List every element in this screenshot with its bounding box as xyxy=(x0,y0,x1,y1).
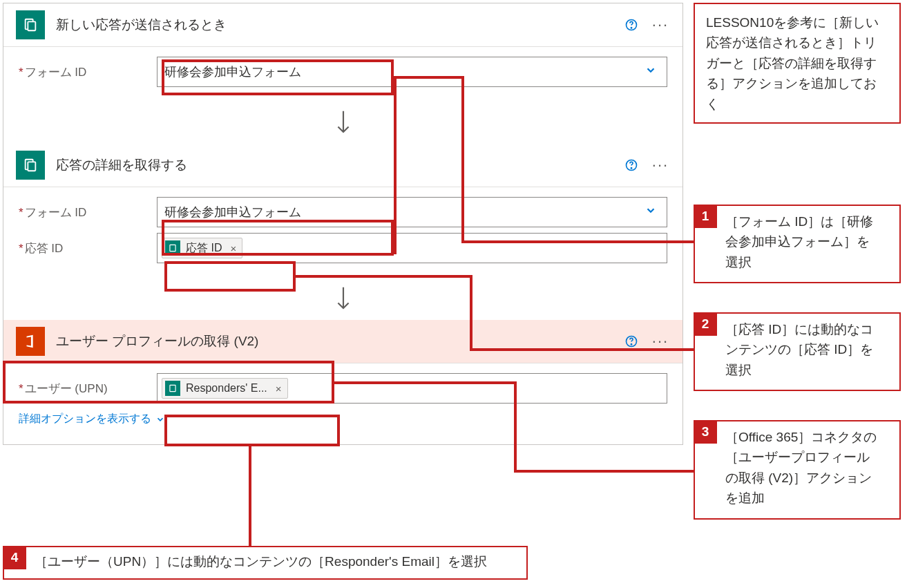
forms-token-icon xyxy=(165,381,180,396)
get-response-title: 応答の詳細を取得する xyxy=(56,156,612,174)
annotation-number: 3 xyxy=(694,420,717,444)
svg-point-7 xyxy=(631,168,631,169)
get-response-header[interactable]: 応答の詳細を取得する ··· xyxy=(3,144,682,187)
annotation-4: 4 ［ユーザー（UPN）］には動的なコンテンツの［Responder's Ema… xyxy=(3,546,528,580)
more-icon[interactable]: ··· xyxy=(651,16,670,34)
help-icon[interactable] xyxy=(623,157,640,173)
svg-rect-8 xyxy=(170,245,175,251)
user-upn-label: *ユーザー (UPN) xyxy=(19,381,157,397)
annotation-number: 4 xyxy=(3,546,26,569)
form-id-row: *フォーム ID 研修会参加申込フォーム xyxy=(19,57,667,87)
trigger-card-header[interactable]: 新しい応答が送信されるとき ··· xyxy=(3,3,682,47)
svg-point-10 xyxy=(631,344,631,345)
help-icon[interactable] xyxy=(623,333,640,350)
svg-point-3 xyxy=(631,28,631,28)
annotation-1: 1 ［フォーム ID］は［研修会参加申込フォーム］を選択 xyxy=(694,205,901,283)
svg-rect-5 xyxy=(28,162,35,171)
remove-token-icon[interactable]: × xyxy=(276,383,282,395)
svg-rect-1 xyxy=(28,21,35,30)
user-profile-card: ユーザー プロフィールの取得 (V2) ··· *ユーザー (UPN) Resp… xyxy=(3,320,682,444)
response-id-label: *応答 ID xyxy=(19,240,157,256)
response-id-token[interactable]: 応答 ID × xyxy=(162,238,242,258)
connector-line xyxy=(514,470,694,473)
flow-arrow-icon xyxy=(3,105,682,144)
show-advanced-options-link[interactable]: 詳細オプションを表示する xyxy=(19,409,165,432)
trigger-card: 新しい応答が送信されるとき ··· *フォーム ID 研修会参加申込フォーム xyxy=(3,3,682,105)
more-icon[interactable]: ··· xyxy=(651,332,670,350)
form-id-select[interactable]: 研修会参加申込フォーム xyxy=(157,57,667,87)
connector-line xyxy=(249,446,251,554)
form-id-select-2[interactable]: 研修会参加申込フォーム xyxy=(157,197,667,227)
annotation-2: 2 ［応答 ID］には動的なコンテンツの［応答 ID］を選択 xyxy=(694,312,901,391)
forms-token-icon xyxy=(165,240,180,256)
flow-arrow-icon xyxy=(3,281,682,320)
responders-email-token[interactable]: Responders' E... × xyxy=(162,378,288,399)
annotation-number: 1 xyxy=(694,205,717,228)
user-profile-header[interactable]: ユーザー プロフィールの取得 (V2) ··· xyxy=(3,320,682,363)
form-id-value-2: 研修会参加申込フォーム xyxy=(164,204,301,220)
annotation-number: 2 xyxy=(694,312,717,336)
form-id-value: 研修会参加申込フォーム xyxy=(164,64,301,80)
chevron-down-icon xyxy=(645,64,657,80)
trigger-title: 新しい応答が送信されるとき xyxy=(56,16,612,34)
help-icon[interactable] xyxy=(623,17,640,33)
get-response-card: 応答の詳細を取得する ··· *フォーム ID 研修会参加申込フォーム *応答 … xyxy=(3,144,682,281)
svg-rect-11 xyxy=(170,385,175,391)
user-profile-title: ユーザー プロフィールの取得 (V2) xyxy=(56,332,612,350)
user-upn-input[interactable]: Responders' E... × xyxy=(157,373,667,404)
user-upn-row: *ユーザー (UPN) Responders' E... × xyxy=(19,373,667,404)
forms-icon xyxy=(16,10,45,39)
forms-icon xyxy=(16,151,45,180)
annotation-intro: LESSON10を参考に［新しい応答が送信されるとき］トリガーと［応答の詳細を取… xyxy=(694,3,901,124)
chevron-down-icon xyxy=(645,205,657,220)
office-icon xyxy=(16,327,45,356)
form-id-label: *フォーム ID xyxy=(19,64,157,80)
form-id-row-2: *フォーム ID 研修会参加申込フォーム xyxy=(19,197,667,227)
form-id-label-2: *フォーム ID xyxy=(19,205,157,220)
response-id-row: *応答 ID 応答 ID × xyxy=(19,233,667,263)
remove-token-icon[interactable]: × xyxy=(230,243,236,254)
annotation-3: 3 ［Office 365］コネクタの［ユーザープロフィールの取得 (V2)］ア… xyxy=(694,420,901,520)
more-icon[interactable]: ··· xyxy=(651,156,670,174)
response-id-input[interactable]: 応答 ID × xyxy=(157,233,667,263)
